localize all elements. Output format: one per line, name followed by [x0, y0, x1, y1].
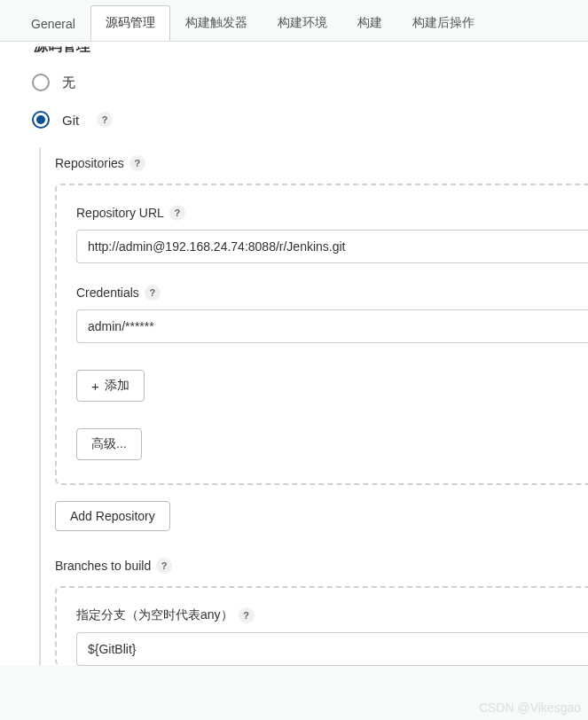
credentials-block: Credentials ?	[76, 285, 588, 343]
help-icon[interactable]: ?	[156, 558, 172, 574]
add-credentials-button[interactable]: + 添加	[76, 370, 145, 402]
repositories-label: Repositories ?	[55, 155, 588, 171]
branch-spec-label: 指定分支（为空时代表any） ?	[76, 607, 588, 623]
git-config-section: Repositories ? Repository URL ? Credenti…	[39, 148, 588, 666]
content-area: 无 Git ? Repositories ? Repository URL ? …	[0, 41, 588, 666]
radio-none[interactable]	[32, 74, 50, 91]
tab-general[interactable]: General	[16, 7, 90, 41]
radio-none-row: 无	[32, 74, 588, 91]
advanced-button[interactable]: 高级...	[76, 428, 142, 460]
help-icon[interactable]: ?	[145, 285, 161, 301]
branch-spec-input[interactable]	[76, 632, 588, 666]
repo-url-label: Repository URL ?	[76, 205, 588, 221]
radio-git-row: Git ?	[32, 111, 588, 129]
branches-box: 指定分支（为空时代表any） ?	[55, 586, 588, 666]
branches-label: Branches to build ?	[55, 558, 588, 574]
tab-scm[interactable]: 源码管理	[90, 5, 170, 41]
radio-none-label: 无	[62, 74, 75, 91]
help-icon[interactable]: ?	[239, 607, 255, 623]
tabs-bar: General 源码管理 构建触发器 构建环境 构建 构建后操作	[0, 0, 588, 41]
help-icon[interactable]: ?	[169, 205, 185, 221]
radio-git[interactable]	[32, 111, 50, 129]
repo-url-block: Repository URL ?	[76, 205, 588, 263]
branch-spec-block: 指定分支（为空时代表any） ?	[76, 607, 588, 666]
add-repository-button[interactable]: Add Repository	[55, 501, 170, 531]
help-icon[interactable]: ?	[97, 112, 113, 128]
tab-triggers[interactable]: 构建触发器	[170, 5, 263, 41]
credentials-label: Credentials ?	[76, 285, 588, 301]
repository-box: Repository URL ? Credentials ? + 添加	[55, 184, 588, 485]
tab-post[interactable]: 构建后操作	[397, 5, 490, 41]
watermark: CSDN @Vikesgao	[479, 700, 581, 715]
plus-icon: +	[91, 380, 99, 393]
help-icon[interactable]: ?	[129, 155, 145, 171]
credentials-select[interactable]	[76, 309, 588, 343]
radio-git-label: Git	[62, 113, 79, 128]
tab-env[interactable]: 构建环境	[263, 5, 342, 41]
tab-build[interactable]: 构建	[342, 5, 397, 41]
repo-url-input[interactable]	[76, 230, 588, 263]
